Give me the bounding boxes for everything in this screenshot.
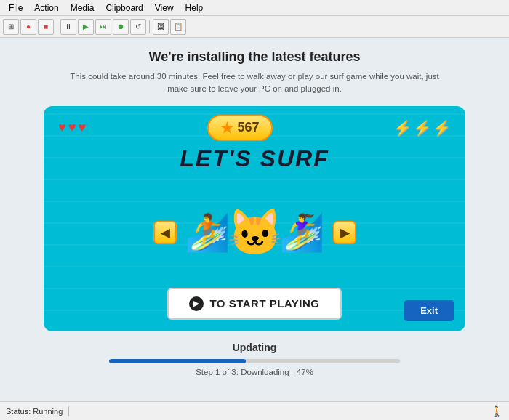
lightning-3: ⚡ (433, 119, 451, 137)
main-content: We're installing the latest features Thi… (0, 38, 509, 401)
heart-3: ♥ (78, 120, 86, 135)
character-right: 🏄‍♀️ (286, 206, 318, 260)
toolbar-btn-stop[interactable]: ■ (38, 19, 54, 35)
right-arrow-button[interactable]: ▶ (333, 221, 356, 244)
hud-row: ♥ ♥ ♥ ★ 567 ⚡ ⚡ ⚡ (44, 106, 465, 145)
character-right-figure: 🏄‍♀️ (286, 206, 318, 260)
toolbar-btn-next[interactable]: ⏭ (95, 19, 111, 35)
toolbar-sep-2 (149, 20, 150, 33)
toolbar-btn-refresh[interactable]: ↺ (130, 19, 146, 35)
lightning-display: ⚡ ⚡ ⚡ (393, 119, 451, 137)
lightning-1: ⚡ (393, 119, 412, 137)
toolbar-btn-record[interactable]: ● (20, 19, 36, 35)
play-circle-icon: ▶ (189, 296, 204, 311)
score-star-icon: ★ (220, 119, 233, 137)
start-playing-button[interactable]: ▶ TO START PLAYING (167, 288, 341, 320)
lightning-2: ⚡ (413, 119, 431, 137)
exit-button[interactable]: Exit (404, 300, 454, 321)
toolbar-btn-record2[interactable]: ⏺ (113, 19, 129, 35)
character-center-figure: 🐱 (239, 206, 271, 260)
menu-clipboard[interactable]: Clipboard (100, 1, 148, 15)
statusbar-right: 🚶 (491, 405, 503, 417)
toolbar-btn-play[interactable]: ▶ (78, 19, 94, 35)
toolbar-btn-grid[interactable]: ⊞ (3, 19, 19, 35)
progress-step-label: Step 1 of 3: Downloading - 47% (196, 368, 313, 376)
statusbar: Status: Running 🚶 (0, 401, 509, 420)
bottom-section: Updating Step 1 of 3: Downloading - 47% (44, 342, 465, 376)
hearts-display: ♥ ♥ ♥ (58, 120, 86, 135)
person-icon: 🚶 (491, 405, 503, 417)
progress-bar-fill (109, 359, 246, 363)
toolbar-sep-1 (57, 20, 57, 33)
toolbar: ⊞ ● ■ ⏸ ▶ ⏭ ⏺ ↺ 🖼 📋 (0, 16, 509, 38)
menu-file[interactable]: File (3, 1, 28, 15)
toolbar-btn-clipboard[interactable]: 📋 (170, 19, 186, 35)
menu-help[interactable]: Help (180, 1, 209, 15)
left-arrow-button[interactable]: ◀ (153, 221, 177, 244)
progress-bar-track (109, 359, 400, 363)
toolbar-btn-image[interactable]: 🖼 (153, 19, 169, 35)
menu-action[interactable]: Action (28, 1, 64, 15)
game-title: LET'S SURF (180, 145, 329, 172)
character-center: 🐱 (239, 206, 271, 260)
character-left: 🏄 (191, 206, 224, 260)
menu-view[interactable]: View (149, 1, 180, 15)
status-text: Status: Running (6, 407, 63, 416)
install-subtitle: This could take around 30 minutes. Feel … (65, 70, 444, 96)
characters-row: ◀ 🏄 🐱 🏄‍♀️ ▶ (44, 178, 465, 288)
toolbar-btn-pause[interactable]: ⏸ (60, 19, 76, 35)
menu-media[interactable]: Media (65, 1, 100, 15)
start-playing-label: TO START PLAYING (209, 297, 319, 310)
game-container: ♥ ♥ ♥ ★ 567 ⚡ ⚡ ⚡ LET'S SURF ◀ 🏄 🐱 (44, 106, 465, 331)
heart-1: ♥ (58, 120, 66, 135)
install-title: We're installing the latest features (148, 49, 360, 65)
statusbar-separator (68, 406, 69, 416)
heart-2: ♥ (68, 120, 76, 135)
score-value: 567 (238, 120, 260, 135)
updating-label: Updating (233, 342, 277, 353)
menubar: File Action Media Clipboard View Help (0, 0, 509, 16)
character-left-figure: 🏄 (191, 206, 224, 260)
score-badge: ★ 567 (207, 115, 273, 141)
